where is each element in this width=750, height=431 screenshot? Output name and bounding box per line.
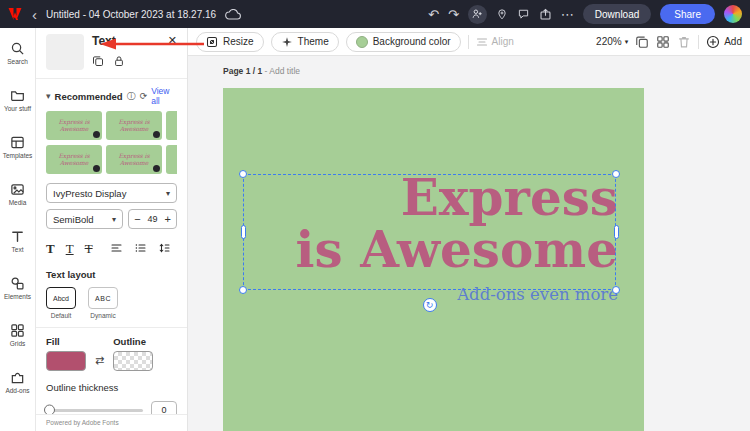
duplicate-icon[interactable] — [92, 55, 104, 67]
selection-handle-left[interactable] — [241, 225, 246, 239]
duplicate-page-button[interactable] — [635, 35, 649, 49]
rail-label: Your stuff — [4, 106, 31, 113]
invite-collaborator-icon[interactable] — [468, 5, 487, 24]
sidebar-item-templates[interactable]: Templates — [0, 124, 36, 171]
underline-button[interactable]: T — [66, 242, 74, 255]
info-icon[interactable]: ⓘ — [127, 92, 136, 101]
font-size-stepper: − 49 + — [128, 209, 177, 229]
rail-label: Add-ons — [5, 388, 29, 395]
layout-option-dynamic[interactable]: ABC Dynamic — [88, 287, 118, 319]
zoom-control[interactable]: 220% ▾ — [596, 36, 628, 47]
adobe-logo-icon[interactable] — [8, 8, 22, 20]
text-properties-panel: Text ✕ ▾ Recommended ⓘ ⟳ View all Expres… — [36, 28, 188, 431]
selection-handle-ne[interactable] — [612, 170, 620, 178]
recommended-title: Recommended — [55, 91, 123, 102]
layout-label: Default — [51, 312, 72, 319]
template-thumbnail[interactable]: Express is Awesome — [46, 111, 102, 140]
template-thumbnail[interactable]: Express is Awesome — [46, 145, 102, 174]
cloud-sync-icon[interactable] — [225, 9, 241, 20]
fill-label: Fill — [46, 336, 86, 347]
delete-page-button[interactable] — [677, 35, 691, 49]
resize-button[interactable]: Resize — [196, 32, 264, 52]
outline-label: Outline — [113, 336, 153, 347]
media-icon — [10, 182, 25, 197]
add-title-link[interactable]: - Add title — [265, 66, 300, 76]
thickness-slider[interactable] — [46, 409, 143, 412]
more-options-icon[interactable]: ⋯ — [561, 8, 574, 21]
redo-icon[interactable]: ↷ — [448, 8, 459, 21]
template-thumbnail[interactable]: Express is Awesome — [166, 111, 177, 140]
close-icon[interactable]: ✕ — [168, 34, 177, 47]
increase-font-size-icon[interactable]: + — [160, 213, 176, 225]
download-button[interactable]: Download — [583, 4, 651, 24]
selection-box[interactable]: ↻ — [243, 174, 616, 290]
thumbnail-text: Express is Awesome — [109, 153, 159, 166]
lock-icon[interactable] — [113, 55, 125, 67]
line-spacing-button[interactable] — [158, 242, 171, 254]
swap-colors-icon[interactable]: ⇄ — [95, 354, 104, 371]
sidebar-item-text[interactable]: Text — [0, 218, 36, 265]
decrease-font-size-icon[interactable]: − — [129, 213, 145, 225]
rail-label: Elements — [4, 294, 31, 301]
rotate-handle-icon[interactable]: ↻ — [423, 298, 437, 312]
share-button[interactable]: Share — [660, 4, 715, 24]
comment-icon[interactable] — [517, 8, 530, 20]
layout-label: Dynamic — [90, 312, 115, 319]
background-color-button[interactable]: Background color — [346, 32, 461, 52]
back-chevron-icon[interactable]: ‹ — [32, 6, 37, 23]
toolbar-divider — [468, 35, 469, 49]
font-size-value[interactable]: 49 — [146, 214, 160, 224]
templates-icon — [10, 135, 25, 150]
align-icon — [476, 36, 488, 48]
template-thumbnail[interactable]: Express is Awesome — [106, 111, 162, 140]
selection-handle-right[interactable] — [614, 225, 619, 239]
adobe-fonts-footer: Powered by Adobe Fonts — [36, 414, 187, 431]
resize-label: Resize — [223, 36, 254, 47]
sidebar-item-search[interactable]: Search — [0, 30, 36, 77]
bold-button[interactable]: T — [46, 242, 55, 255]
sidebar-item-grids[interactable]: Grids — [0, 312, 36, 359]
thumbnail-text: Express is Awesome — [49, 119, 99, 132]
zoom-value: 220% — [596, 36, 622, 47]
refresh-icon[interactable]: ⟳ — [140, 92, 148, 101]
view-all-link[interactable]: View all — [151, 86, 177, 106]
list-button[interactable] — [134, 242, 147, 254]
font-family-select[interactable]: IvyPresto Display ▾ — [46, 183, 177, 203]
document-title[interactable]: Untitled - 04 October 2023 at 18.27.16 — [46, 9, 216, 20]
sidebar-item-add-ons[interactable]: Add-ons — [0, 359, 36, 406]
selection-handle-nw[interactable] — [239, 170, 247, 178]
text-format-row: T T T — [46, 238, 177, 258]
add-page-button[interactable]: Add — [706, 35, 742, 49]
chevron-down-icon[interactable]: ▾ — [46, 92, 51, 101]
sidebar-item-media[interactable]: Media — [0, 171, 36, 218]
thumbnail-text: Express is Awesome — [169, 119, 177, 132]
text-layout-title: Text layout — [46, 269, 177, 280]
background-color-label: Background color — [373, 36, 451, 47]
text-align-button[interactable] — [110, 242, 123, 254]
template-thumbnail[interactable]: Express is Awesome — [106, 145, 162, 174]
outline-thickness-label: Outline thickness — [46, 382, 177, 393]
design-canvas[interactable]: Express is Awesome Add-ons even more ↻ — [223, 88, 644, 431]
publish-icon[interactable] — [539, 8, 552, 21]
canvas-area[interactable]: Page 1 / 1 - Add title Express is Awesom… — [188, 56, 750, 431]
selection-handle-se[interactable] — [612, 286, 620, 294]
layout-option-default[interactable]: Abcd Default — [46, 287, 76, 319]
user-avatar[interactable] — [724, 5, 742, 23]
undo-icon[interactable]: ↶ — [428, 8, 439, 21]
selection-handle-sw[interactable] — [239, 286, 247, 294]
outline-color-swatch[interactable] — [113, 351, 153, 371]
sidebar-item-your-stuff[interactable]: Your stuff — [0, 77, 36, 124]
align-button[interactable]: Align — [476, 36, 514, 48]
left-rail: Search Your stuff Templates Media Text E… — [0, 28, 36, 431]
pin-comment-icon[interactable] — [496, 8, 508, 21]
grids-icon — [10, 323, 25, 338]
top-bar: ‹ Untitled - 04 October 2023 at 18.27.16… — [0, 0, 750, 28]
layout-glyph: ABC — [88, 287, 118, 309]
strikethrough-button[interactable]: T — [85, 242, 93, 255]
sidebar-item-elements[interactable]: Elements — [0, 265, 36, 312]
fill-color-swatch[interactable] — [46, 351, 86, 371]
font-weight-select[interactable]: SemiBold ▾ — [46, 209, 123, 229]
theme-button[interactable]: Theme — [271, 32, 339, 52]
page-view-button[interactable] — [656, 35, 670, 49]
template-thumbnail[interactable]: Express is Awesome — [166, 145, 177, 174]
